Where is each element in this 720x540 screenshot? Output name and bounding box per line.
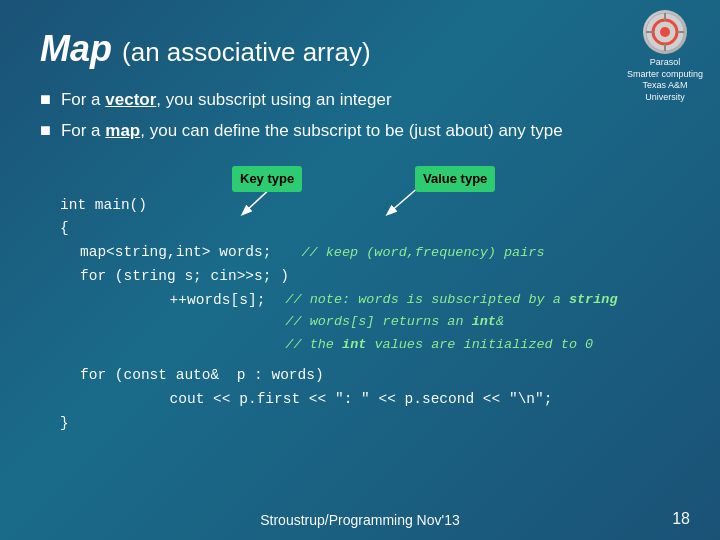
bullet-item-1: ■ For a vector, you subscript using an i… [40, 86, 680, 113]
code-line-int-main: int main() [60, 194, 147, 218]
bullet-dot-2: ■ [40, 117, 51, 144]
footer: Stroustrup/Programming Nov'13 [0, 512, 720, 528]
int-main-code: int main() [60, 197, 147, 213]
increment-comments: // note: words is subscripted by a strin… [285, 289, 617, 356]
comment-note-words: // note: words is subscripted by a strin… [285, 289, 617, 311]
code-line-for-const: for (const auto& p : words) [60, 364, 680, 388]
comment-int-init: // the int values are initialized to 0 [285, 334, 617, 356]
bullet-text-2: For a map, you can define the subscript … [61, 117, 563, 144]
code-line-increment: ++words[s]; // note: words is subscripte… [60, 289, 680, 356]
bullet-list: ■ For a vector, you subscript using an i… [40, 86, 680, 144]
key-type-label: Key type [232, 166, 302, 191]
vector-keyword: vector [105, 90, 156, 109]
bullet-item-2: ■ For a map, you can define the subscrip… [40, 117, 680, 144]
bullet-text-1: For a vector, you subscript using an int… [61, 86, 392, 113]
map-keyword: map [105, 121, 140, 140]
page-number: 18 [672, 510, 690, 528]
logo-text: Parasol Smarter computing Texas A&M Univ… [625, 57, 705, 104]
code-line-for-string: for (string s; cin>>s; ) [60, 265, 680, 289]
for-const-code: for (const auto& p : words) [80, 364, 324, 388]
code-area: int main() Key type Value type { map<str… [60, 162, 680, 435]
bullet-dot-1: ■ [40, 86, 51, 113]
value-type-label: Value type [415, 166, 495, 191]
for-string-code: for (string s; cin>>s; ) [80, 265, 289, 289]
value-type-badge: Value type [355, 166, 495, 191]
key-type-badge: Key type [224, 166, 302, 191]
comment-words-s: // words[s] returns an int& [285, 311, 617, 333]
blank-line [60, 356, 680, 364]
footer-text: Stroustrup/Programming Nov'13 [260, 512, 460, 528]
title-main: Map [40, 28, 112, 69]
code-line-cout: cout << p.first << ": " << p.second << "… [60, 388, 680, 412]
map-comment: // keep (word,frequency) pairs [301, 242, 544, 264]
code-line-brace-open: { [60, 217, 680, 241]
cout-code: cout << p.first << ": " << p.second << "… [100, 388, 552, 412]
map-declaration: map<string,int> words; [80, 241, 271, 265]
increment-code: ++words[s]; [100, 289, 265, 313]
logo: Parasol Smarter computing Texas A&M Univ… [625, 10, 705, 104]
slide: Parasol Smarter computing Texas A&M Univ… [0, 0, 720, 540]
logo-circle [643, 10, 687, 54]
code-line-brace-close: } [60, 412, 680, 436]
slide-title: Map (an associative array) [40, 28, 680, 70]
svg-point-2 [660, 27, 670, 37]
title-sub: (an associative array) [122, 37, 371, 67]
code-line-map: map<string,int> words; // keep (word,fre… [60, 241, 680, 265]
